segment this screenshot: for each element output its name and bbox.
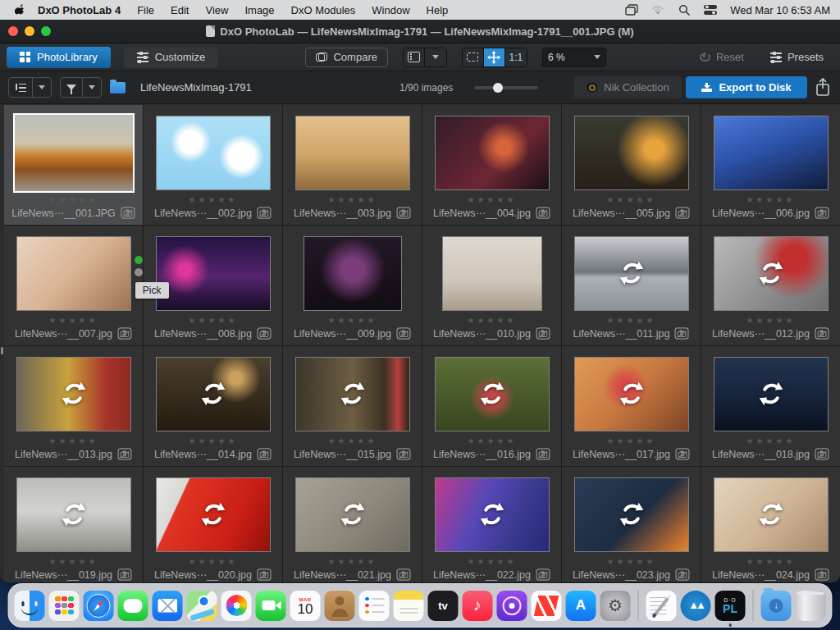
thumbnail-image[interactable]: [435, 477, 550, 552]
title-bar[interactable]: DxO PhotoLab — LifeNewsMixImag-1791 — Li…: [0, 20, 840, 43]
dock-icon-dxo-pl[interactable]: D·OPL: [715, 591, 746, 621]
image-cell[interactable]: ★★★★★LifeNews⋯__001.JPG: [4, 105, 143, 225]
close-button[interactable]: [8, 26, 18, 36]
dock-icon-tv[interactable]: tv: [428, 591, 459, 621]
image-cell[interactable]: ★★★★★LifeNews⋯__003.jpg: [283, 105, 422, 225]
star-rating[interactable]: ★★★★★: [746, 558, 796, 566]
star-rating[interactable]: ★★★★★: [189, 196, 238, 204]
reset-button[interactable]: Reset: [690, 48, 754, 67]
thumbnail-image[interactable]: [442, 236, 542, 311]
thumbnail-image[interactable]: [714, 357, 829, 431]
dock-icon-messages[interactable]: [118, 591, 148, 621]
thumbnail-size-slider[interactable]: [474, 86, 538, 89]
star-rating[interactable]: ★★★★★: [468, 196, 517, 204]
thumbnail-image[interactable]: [16, 477, 131, 552]
nik-collection-button[interactable]: Nik Collection: [574, 76, 682, 98]
sort-dropdown[interactable]: [33, 78, 51, 97]
thumbnail-image[interactable]: [435, 357, 550, 431]
menu-help[interactable]: Help: [427, 4, 449, 16]
star-rating[interactable]: ★★★★★: [49, 437, 98, 445]
thumbnail-image[interactable]: [156, 477, 271, 552]
star-rating[interactable]: ★★★★★: [607, 196, 656, 204]
dock-icon-dxo-nik[interactable]: ▲▲: [681, 591, 711, 621]
active-app-name[interactable]: DxO PhotoLab 4: [38, 4, 121, 16]
one-to-one-button[interactable]: 1:1: [505, 48, 527, 66]
pick-dot-green[interactable]: [135, 256, 143, 264]
dock-icon-facetime[interactable]: [256, 591, 286, 621]
search-icon[interactable]: [678, 3, 691, 16]
dock-icon-settings[interactable]: ⚙: [600, 591, 631, 621]
menu-edit[interactable]: Edit: [171, 4, 189, 16]
pick-dot-gray[interactable]: [135, 268, 143, 276]
presets-button[interactable]: Presets: [760, 48, 833, 67]
star-rating[interactable]: ★★★★★: [328, 196, 377, 204]
thumbnail-image[interactable]: [574, 236, 689, 311]
menu-image[interactable]: Image: [244, 4, 274, 16]
star-rating[interactable]: ★★★★★: [607, 558, 656, 566]
image-cell[interactable]: ★★★★★LifeNews⋯__020.jpg: [144, 467, 282, 582]
dock-icon-safari[interactable]: [84, 591, 114, 621]
filter-button[interactable]: [61, 78, 83, 97]
image-cell[interactable]: ★★★★★LifeNews⋯__010.jpg: [422, 226, 561, 345]
star-rating[interactable]: ★★★★★: [328, 317, 377, 325]
menu-dxo-modules[interactable]: DxO Modules: [291, 4, 356, 16]
dock-icon-music[interactable]: ♪: [463, 591, 493, 621]
thumbnail-image[interactable]: [295, 116, 410, 190]
image-cell[interactable]: ★★★★★LifeNews⋯__013.jpg: [4, 346, 143, 466]
menu-view[interactable]: View: [205, 4, 228, 16]
image-cell[interactable]: ★★★★★LifeNews⋯__002.jpg: [144, 105, 282, 225]
thumbnail-image[interactable]: [714, 116, 829, 190]
image-cell[interactable]: ★★★★★LifeNews⋯__023.jpg: [562, 467, 701, 582]
apple-menu-icon[interactable]: [15, 3, 26, 16]
image-cell[interactable]: ★★★★★LifeNews⋯__024.jpg: [701, 467, 840, 582]
current-folder-name[interactable]: LifeNewsMixImag-1791: [140, 81, 252, 94]
star-rating[interactable]: ★★★★★: [746, 196, 796, 204]
star-rating[interactable]: ★★★★★: [49, 558, 98, 566]
stage-manager-icon[interactable]: [625, 3, 638, 16]
star-rating[interactable]: ★★★★★: [468, 558, 517, 566]
dock-icon-downloads[interactable]: [761, 591, 792, 621]
image-cell[interactable]: ★★★★★LifeNews⋯__012.jpg: [701, 226, 840, 345]
thumbnail-image[interactable]: [13, 113, 135, 193]
view-mode-dropdown[interactable]: [425, 48, 446, 66]
image-cell[interactable]: ★★★★★LifeNews⋯__018.jpg: [701, 346, 840, 466]
star-rating[interactable]: ★★★★★: [468, 437, 517, 445]
zoom-button[interactable]: [41, 26, 51, 36]
image-cell[interactable]: Pick★★★★★LifeNews⋯__007.jpg: [4, 226, 143, 345]
dock-icon-mail[interactable]: [153, 591, 183, 621]
image-cell[interactable]: ★★★★★LifeNews⋯__021.jpg: [283, 467, 422, 582]
control-center-icon[interactable]: [704, 3, 717, 16]
image-cell[interactable]: ★★★★★LifeNews⋯__005.jpg: [562, 105, 701, 225]
thumbnail-image[interactable]: [304, 236, 402, 311]
thumbnail-image[interactable]: [156, 116, 271, 190]
dock-icon-news[interactable]: [532, 591, 562, 621]
dock-icon-launchpad[interactable]: [49, 591, 80, 621]
star-rating[interactable]: ★★★★★: [49, 317, 98, 325]
star-rating[interactable]: ★★★★★: [328, 558, 377, 566]
star-rating[interactable]: ★★★★★: [468, 317, 517, 325]
star-rating[interactable]: ★★★★★: [746, 317, 796, 325]
thumbnail-image[interactable]: [714, 477, 829, 552]
image-cell[interactable]: ★★★★★LifeNews⋯__019.jpg: [4, 467, 143, 582]
dock-icon-photos[interactable]: [221, 591, 252, 621]
dock-icon-notes[interactable]: [394, 591, 424, 621]
menu-file[interactable]: File: [137, 4, 154, 16]
dock-icon-reminders[interactable]: [359, 591, 390, 621]
star-rating[interactable]: ★★★★★: [328, 437, 377, 445]
thumbnail-image[interactable]: [16, 357, 131, 431]
thumbnail-image[interactable]: [574, 477, 689, 552]
image-cell[interactable]: ★★★★★LifeNews⋯__017.jpg: [562, 346, 701, 466]
dock-icon-appstore[interactable]: A: [566, 591, 596, 621]
thumbnail-image[interactable]: [574, 116, 689, 190]
tab-customize[interactable]: Customize: [124, 47, 218, 68]
thumbnail-image[interactable]: [574, 357, 689, 431]
image-cell[interactable]: ★★★★★LifeNews⋯__015.jpg: [283, 346, 422, 466]
thumbnail-image[interactable]: [295, 477, 410, 552]
image-cell[interactable]: ★★★★★LifeNews⋯__009.jpg: [283, 226, 422, 345]
star-rating[interactable]: ★★★★★: [189, 317, 238, 325]
image-cell[interactable]: ★★★★★LifeNews⋯__022.jpg: [422, 467, 561, 582]
menu-bar-clock[interactable]: Wed Mar 10 6:53 AM: [730, 4, 830, 16]
slider-knob[interactable]: [493, 83, 503, 93]
thumbnail-image[interactable]: [16, 236, 131, 311]
compare-button[interactable]: Compare: [305, 48, 387, 67]
